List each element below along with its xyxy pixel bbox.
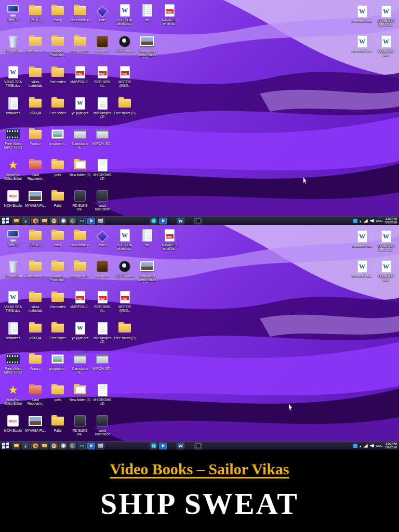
desktop-icon[interactable]: OBS Studio	[114, 34, 136, 64]
desktop-icon[interactable]: MYGROMS (2)	[91, 158, 113, 188]
desktop-icon[interactable]: NAVALES what fa..	[158, 228, 180, 258]
clock[interactable]: 1:00 PM 2/9/2018	[385, 442, 397, 449]
chrome-icon[interactable]	[50, 443, 58, 449]
clock[interactable]: 1:00 PM 2/9/2018	[385, 217, 397, 224]
desktop-icon[interactable]: EQUATOR doc	[375, 34, 397, 64]
desktop-icon[interactable]: VSHQA	[24, 321, 46, 351]
desktop-icon[interactable]: 2nd mates	[47, 290, 69, 320]
skype-icon[interactable]	[150, 218, 157, 224]
desktop-icon[interactable]: ye pyar pdf	[69, 96, 91, 126]
desktop-icon[interactable]: VideoPad Video Editor	[2, 383, 24, 413]
desktop-icon[interactable]: mangoes n..	[69, 34, 91, 64]
tray-chevron-icon[interactable]: ▴	[360, 444, 362, 448]
desktop-icon[interactable]: MOTOR (MEO..	[114, 290, 136, 320]
desktop-icon[interactable]: NCH Studio	[2, 414, 24, 443]
obs-studio-icon[interactable]	[194, 218, 202, 224]
desktop-icon[interactable]: Palgi	[47, 414, 69, 443]
desktop-icon[interactable]: Adobe Photosho..	[47, 34, 69, 64]
desktop-icon[interactable]: Jawaharlal Nehru Vikas Miller	[136, 34, 158, 64]
desktop-icon[interactable]: MYVASA Pic..	[24, 414, 46, 443]
desktop-icon[interactable]: morTangles (2)	[91, 96, 113, 126]
network-icon[interactable]	[364, 444, 368, 448]
desktop-icon[interactable]: ROR DISK thi..	[91, 290, 113, 320]
desktop-icon[interactable]: NAVALES what fa..	[158, 3, 180, 33]
internet-explorer-icon[interactable]	[22, 218, 30, 224]
tray-chevron-icon[interactable]: ▴	[360, 219, 362, 223]
desktop-icon[interactable]: EQUATOR GEN DO..	[375, 229, 397, 259]
gom-player-icon[interactable]	[59, 218, 67, 224]
desktop-icon[interactable]: equator1 doc	[351, 229, 373, 259]
desktop-icon[interactable]: MARPOL C..	[69, 290, 91, 320]
desktop-icon[interactable]: data backup	[69, 228, 91, 258]
desktop-icon[interactable]: Free folder	[47, 96, 69, 126]
gom-player-icon[interactable]	[59, 443, 67, 449]
tray-app-icon[interactable]	[353, 219, 357, 223]
desktop-icon[interactable]: e-12 LOA whats ap..	[114, 228, 136, 258]
language-indicator[interactable]: ENG	[376, 219, 383, 222]
desktop-icon[interactable]: navigare..	[91, 34, 113, 64]
desktop-icon[interactable]: MYVASA Pic..	[24, 189, 46, 218]
desktop-icon[interactable]: equator1 doc	[351, 4, 373, 34]
desktop-icon[interactable]: programm..	[47, 352, 69, 381]
desktop-icon[interactable]: morTangles (2)	[91, 321, 113, 351]
word-icon[interactable]	[177, 218, 184, 224]
desktop-icon[interactable]: 2nd mates	[47, 65, 69, 95]
desktop-icon[interactable]: Free folder	[47, 321, 69, 351]
desktop-icon[interactable]: VideoPad Video Editor	[2, 158, 24, 188]
desktop-icon[interactable]: Jawaharlal Nehru Vikas Miller	[136, 259, 158, 289]
desktop-icon[interactable]: Free folder (2)	[114, 96, 136, 126]
desktop-icon[interactable]: This PC	[2, 3, 24, 33]
desktop-icon[interactable]: Mine	[91, 228, 113, 258]
desktop-icon[interactable]: srl	[136, 3, 158, 33]
skype-icon[interactable]	[150, 443, 157, 449]
word-icon[interactable]	[177, 443, 184, 449]
desktop-icon[interactable]: navigare..	[91, 259, 113, 289]
desktop-icon[interactable]: ye pyar pdf	[69, 321, 91, 351]
desktop-icon[interactable]: pdfs	[47, 383, 69, 413]
desktop-icon[interactable]: This PC	[2, 228, 24, 258]
network-icon[interactable]	[364, 219, 368, 223]
obs-studio-icon[interactable]	[194, 443, 202, 449]
desktop-icon[interactable]: vikas materials	[24, 65, 46, 95]
desktop-icon[interactable]: RD BUKS Vik..	[69, 189, 91, 218]
language-indicator[interactable]: ENG	[376, 444, 383, 447]
firefox-icon[interactable]	[31, 443, 39, 449]
chrome-icon[interactable]	[50, 218, 58, 224]
firefox-icon[interactable]	[31, 218, 39, 224]
desktop-icon[interactable]: Free Video Editor 10.03	[2, 127, 24, 156]
desktop-icon[interactable]: vikas materials	[24, 290, 46, 320]
documents-folder-icon[interactable]	[41, 218, 48, 224]
desktop-icon[interactable]: Franco	[24, 352, 46, 381]
desktop-icon[interactable]: Card Recovery..	[24, 383, 46, 413]
desktop-icon[interactable]: mangoes n..	[69, 259, 91, 289]
desktop-icon[interactable]: EQUATOR GEN DO..	[375, 4, 397, 34]
desktop-icon[interactable]: MIRCHI SO..	[91, 127, 113, 156]
file-explorer-icon[interactable]	[12, 218, 20, 224]
desktop-icon[interactable]: programm..	[47, 127, 69, 156]
photoshop-icon[interactable]	[78, 443, 86, 449]
desktop-icon[interactable]: word bold.docx	[91, 189, 113, 218]
desktop-icon[interactable]: SYSKO	[24, 228, 46, 258]
desktop-icon[interactable]: copy	[47, 3, 69, 33]
desktop-icon[interactable]: Palgi	[47, 189, 69, 218]
desktop-icon[interactable]: OBS Studio	[114, 259, 136, 289]
desktop-icon[interactable]: VSHQA	[24, 96, 46, 126]
desktop-icon[interactable]: Vikas mate..	[24, 259, 46, 289]
video-player-icon[interactable]	[87, 443, 95, 449]
desktop-icon[interactable]: RD BUKS Vik..	[69, 414, 91, 443]
desktop-icon[interactable]: Camstudio re..	[69, 127, 91, 156]
desktop-icon[interactable]: Vikas mate..	[24, 34, 46, 64]
windows-media-player-icon[interactable]	[69, 218, 76, 224]
desktop-icon[interactable]: Recycle Bin	[2, 34, 24, 64]
utility-app-icon[interactable]	[97, 443, 104, 449]
utility-app-icon[interactable]	[97, 218, 104, 224]
desktop-icon[interactable]: NCH Studio	[2, 189, 24, 218]
movie-app-icon[interactable]	[159, 218, 167, 224]
desktop-icon[interactable]: softwares	[2, 96, 24, 126]
desktop-icon[interactable]: Adobe Photosho..	[47, 259, 69, 289]
desktop-icon[interactable]: equator2(avi..	[351, 34, 373, 64]
desktop-icon[interactable]: Franco	[24, 127, 46, 156]
desktop-icon[interactable]: EQUATOR doc	[375, 259, 397, 289]
file-explorer-icon[interactable]	[12, 443, 20, 449]
desktop-icon[interactable]: MARPOL C..	[69, 65, 91, 95]
